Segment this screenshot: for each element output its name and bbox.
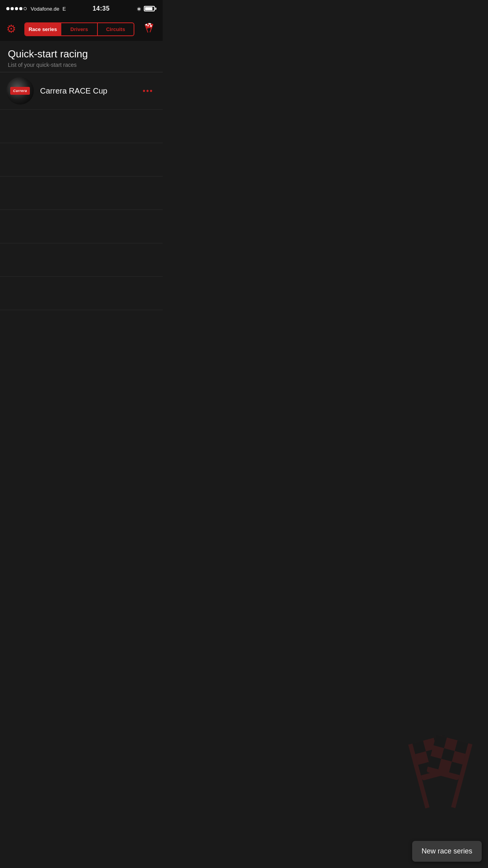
race-item-carrera[interactable]: Carrera Carrera RACE Cup •••	[0, 72, 163, 110]
empty-row-6	[0, 277, 163, 310]
tab-race-series[interactable]: Race series	[25, 23, 61, 35]
battery-tip	[155, 7, 156, 10]
race-logo: Carrera	[6, 77, 34, 105]
tab-drivers[interactable]: Drivers	[61, 23, 97, 35]
signal-dot-2	[11, 7, 14, 10]
page-subtitle: List of your quick-start races	[8, 62, 155, 68]
tab-circuits[interactable]: Circuits	[98, 23, 134, 35]
tab-bar: Race series Drivers Circuits	[24, 22, 134, 36]
flags-button[interactable]	[141, 20, 158, 39]
page-header: Quick-start racing List of your quick-st…	[0, 41, 163, 72]
status-bar: Vodafone.de E 14:35 ∗	[0, 0, 163, 17]
battery-body	[144, 6, 155, 11]
settings-button[interactable]: ⚙	[5, 22, 18, 36]
signal-dot-4	[19, 7, 22, 10]
race-logo-inner: Carrera	[10, 87, 30, 95]
checkered-flags-icon	[142, 22, 156, 36]
signal-dot-5	[24, 7, 27, 10]
battery-fill	[145, 7, 152, 10]
settings-icon: ⚙	[6, 24, 16, 35]
network-type: E	[62, 6, 66, 12]
battery-indicator	[144, 6, 156, 11]
empty-row-2	[0, 143, 163, 177]
status-time: 14:35	[93, 5, 110, 12]
signal-dot-1	[6, 7, 9, 10]
page-title: Quick-start racing	[8, 48, 155, 60]
empty-row-5	[0, 243, 163, 277]
status-left: Vodafone.de E	[6, 6, 66, 12]
race-more-button[interactable]: •••	[139, 84, 156, 98]
status-right: ∗	[136, 5, 156, 13]
empty-row-3	[0, 177, 163, 210]
nav-bar: ⚙ Race series Drivers Circuits	[0, 17, 163, 41]
race-list: Carrera Carrera RACE Cup •••	[0, 72, 163, 310]
empty-row-1	[0, 110, 163, 143]
race-name: Carrera RACE Cup	[40, 86, 139, 96]
signal-strength	[6, 7, 27, 10]
carrier-name: Vodafone.de	[31, 6, 59, 12]
empty-row-4	[0, 210, 163, 243]
race-logo-text: Carrera	[13, 89, 27, 93]
bluetooth-icon: ∗	[136, 5, 141, 13]
content-area: Quick-start racing List of your quick-st…	[0, 41, 163, 342]
signal-dot-3	[15, 7, 18, 10]
